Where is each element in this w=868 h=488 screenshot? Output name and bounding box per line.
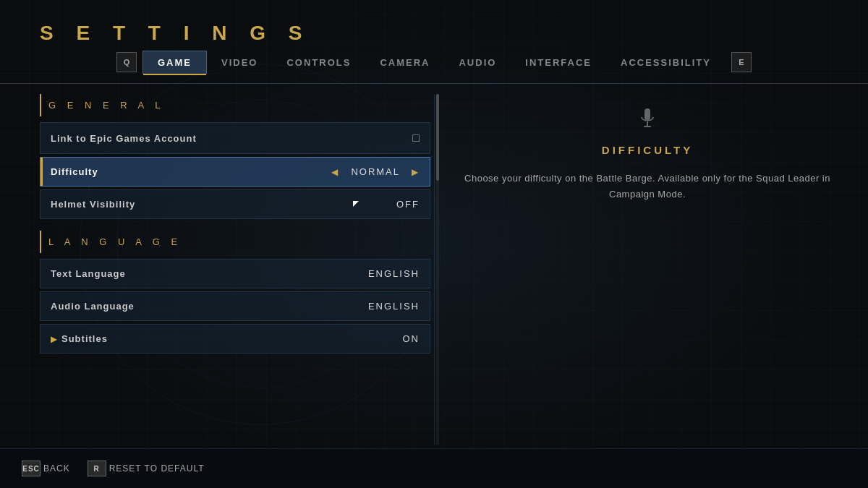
tabs-container: Q GAME VIDEO CONTROLS CAMERA AUDIO INTER… bbox=[0, 51, 868, 74]
tab-video[interactable]: VIDEO bbox=[207, 51, 272, 74]
setting-helmet-visibility[interactable]: Helmet Visibility OFF bbox=[40, 189, 430, 219]
tab-camera[interactable]: CAMERA bbox=[365, 51, 444, 74]
general-header: G E N E R A L bbox=[40, 94, 430, 116]
r-key: R bbox=[88, 461, 106, 476]
bottom-bar: ESC Back R Reset to Default bbox=[0, 448, 868, 488]
back-label: Back bbox=[43, 463, 70, 474]
left-panel: G E N E R A L Link to Epic Games Account… bbox=[40, 94, 430, 445]
scroll-thumb bbox=[436, 94, 439, 181]
difficulty-value-group: ◀ NORMAL ▶ bbox=[331, 166, 420, 177]
language-section: L A N G U A G E Text Language ENGLISH Au… bbox=[40, 231, 430, 354]
difficulty-arrow-left[interactable]: ◀ bbox=[331, 167, 339, 177]
link-icon: □ bbox=[412, 132, 420, 145]
language-header: L A N G U A G E bbox=[40, 231, 430, 253]
setting-link-epic[interactable]: Link to Epic Games Account □ bbox=[40, 122, 430, 154]
right-panel: DIFFICULTY Choose your difficulty on the… bbox=[448, 94, 846, 445]
text-language-value: ENGLISH bbox=[368, 268, 420, 279]
detail-icon bbox=[639, 108, 656, 132]
difficulty-value: NORMAL bbox=[351, 166, 400, 177]
tab-interface[interactable]: INTERFACE bbox=[511, 51, 606, 74]
difficulty-label: Difficulty bbox=[51, 166, 98, 177]
back-action[interactable]: ESC Back bbox=[22, 461, 70, 476]
subtitles-label: ▶Subtitles bbox=[51, 333, 108, 344]
reset-label: Reset to Default bbox=[109, 463, 205, 474]
tab-key-e[interactable]: E bbox=[731, 52, 752, 72]
reset-action[interactable]: R Reset to Default bbox=[88, 461, 205, 476]
tabs-divider bbox=[0, 83, 868, 84]
scroll-indicator[interactable] bbox=[436, 94, 439, 445]
tab-controls[interactable]: CONTROLS bbox=[272, 51, 365, 74]
helmet-visibility-value: OFF bbox=[396, 199, 420, 210]
setting-text-language[interactable]: Text Language ENGLISH bbox=[40, 259, 430, 288]
tab-accessibility[interactable]: ACCESSIBILITY bbox=[606, 51, 726, 74]
link-epic-label: Link to Epic Games Account bbox=[51, 133, 197, 144]
audio-language-label: Audio Language bbox=[51, 301, 135, 312]
setting-audio-language[interactable]: Audio Language ENGLISH bbox=[40, 291, 430, 321]
setting-subtitles[interactable]: ▶Subtitles ON bbox=[40, 324, 430, 354]
vertical-divider bbox=[434, 94, 435, 445]
difficulty-arrow-right[interactable]: ▶ bbox=[412, 167, 420, 177]
audio-language-value: ENGLISH bbox=[368, 301, 420, 312]
page-title: S E T T I N G S bbox=[40, 22, 310, 45]
svg-rect-2 bbox=[644, 126, 651, 127]
detail-description: Choose your difficulty on the Battle Bar… bbox=[448, 171, 846, 202]
tab-audio[interactable]: AUDIO bbox=[444, 51, 511, 74]
svg-rect-1 bbox=[647, 121, 648, 126]
subtitles-expand-arrow: ▶ bbox=[51, 335, 57, 343]
text-language-label: Text Language bbox=[51, 268, 126, 279]
subtitles-value: ON bbox=[403, 333, 420, 344]
svg-rect-0 bbox=[644, 108, 650, 120]
tab-key-q[interactable]: Q bbox=[116, 52, 137, 72]
helmet-visibility-label: Helmet Visibility bbox=[51, 199, 135, 210]
esc-key: ESC bbox=[22, 461, 41, 476]
detail-title: DIFFICULTY bbox=[602, 144, 693, 156]
setting-difficulty[interactable]: Difficulty ◀ NORMAL ▶ bbox=[40, 157, 430, 187]
tab-game[interactable]: GAME bbox=[142, 51, 207, 74]
